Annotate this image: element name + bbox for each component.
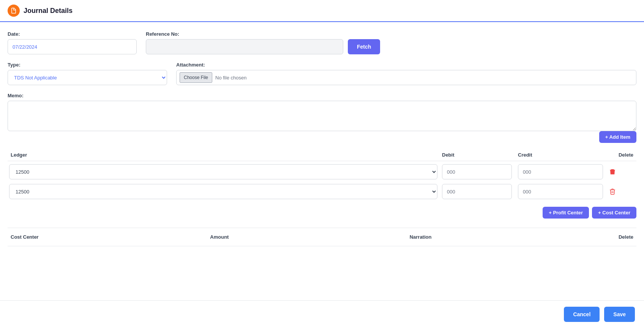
cost-center-button[interactable]: + Cost Center — [592, 207, 636, 219]
file-name-text: No file chosen — [215, 75, 246, 81]
reference-no-input[interactable] — [146, 39, 343, 54]
delete-button-2[interactable] — [606, 187, 619, 196]
memo-textarea[interactable] — [8, 101, 636, 131]
page-container: Journal Details Date: Reference No: Fetc… — [0, 0, 644, 328]
profit-center-button[interactable]: + Profit Center — [543, 207, 589, 219]
type-select[interactable]: TDS Not Applicable — [8, 70, 167, 85]
amount-col-header: Amount — [207, 231, 406, 243]
type-label: Type: — [8, 62, 167, 68]
add-item-row: + Add Item — [8, 131, 636, 143]
save-button[interactable]: Save — [604, 307, 635, 322]
memo-group: Memo: — [8, 93, 636, 131]
choose-file-button[interactable]: Choose File — [180, 72, 212, 83]
fetch-button[interactable]: Fetch — [348, 39, 380, 54]
ledger-select-2[interactable]: 12500 — [9, 184, 437, 199]
table-row: 12500 — [8, 164, 636, 179]
file-input-wrapper: Choose File No file chosen — [176, 70, 636, 85]
date-group: Date: — [8, 31, 137, 54]
table-section: Ledger Debit Credit Delete 12500 — [8, 149, 636, 199]
delete-button-1[interactable] — [606, 167, 619, 177]
journal-icon — [8, 5, 20, 17]
reference-no-label: Reference No: — [146, 31, 343, 37]
ledger-cell-1: 12500 — [8, 164, 439, 179]
debit-input-1[interactable] — [442, 164, 512, 179]
ref-section: Reference No: Fetch — [146, 31, 636, 54]
delete-cell-2 — [606, 187, 636, 196]
debit-header: Debit — [439, 152, 515, 158]
type-attachment-row: Type: TDS Not Applicable Attachment: Cho… — [8, 62, 636, 85]
memo-label: Memo: — [8, 93, 636, 98]
center-actions-row: + Profit Center + Cost Center — [8, 207, 636, 219]
credit-input-1[interactable] — [518, 164, 603, 179]
debit-cell-1 — [439, 164, 515, 179]
table-row: 12500 — [8, 184, 636, 199]
table-header: Ledger Debit Credit Delete — [8, 149, 636, 161]
footer-actions: Cancel Save — [0, 300, 644, 328]
delete-header: Delete — [606, 152, 636, 158]
delete-cell-1 — [606, 167, 636, 177]
page-title: Journal Details — [24, 7, 73, 15]
narration-col-header: Narration — [407, 231, 606, 243]
delete-col-header: Delete — [606, 231, 636, 243]
ledger-cell-2: 12500 — [8, 184, 439, 199]
date-label: Date: — [8, 31, 137, 37]
add-item-button[interactable]: + Add Item — [599, 131, 636, 143]
form-content: Date: Reference No: Fetch Type: TDS Not … — [0, 22, 644, 255]
cancel-button[interactable]: Cancel — [564, 307, 600, 322]
ref-group: Reference No: — [146, 31, 343, 54]
type-group: Type: TDS Not Applicable — [8, 62, 167, 85]
cost-center-col-header: Cost Center — [8, 231, 207, 243]
bottom-table-header: Cost Center Amount Narration Delete — [8, 228, 636, 246]
credit-cell-2 — [515, 184, 606, 199]
ledger-header: Ledger — [8, 152, 439, 158]
debit-input-2[interactable] — [442, 184, 512, 199]
credit-input-2[interactable] — [518, 184, 603, 199]
debit-cell-2 — [439, 184, 515, 199]
date-ref-row: Date: Reference No: Fetch — [8, 31, 636, 54]
header: Journal Details — [0, 0, 644, 22]
credit-cell-1 — [515, 164, 606, 179]
ledger-select-1[interactable]: 12500 — [9, 164, 437, 179]
credit-header: Credit — [515, 152, 606, 158]
date-input[interactable] — [8, 39, 137, 54]
attachment-group: Attachment: Choose File No file chosen — [176, 62, 636, 85]
attachment-label: Attachment: — [176, 62, 636, 68]
